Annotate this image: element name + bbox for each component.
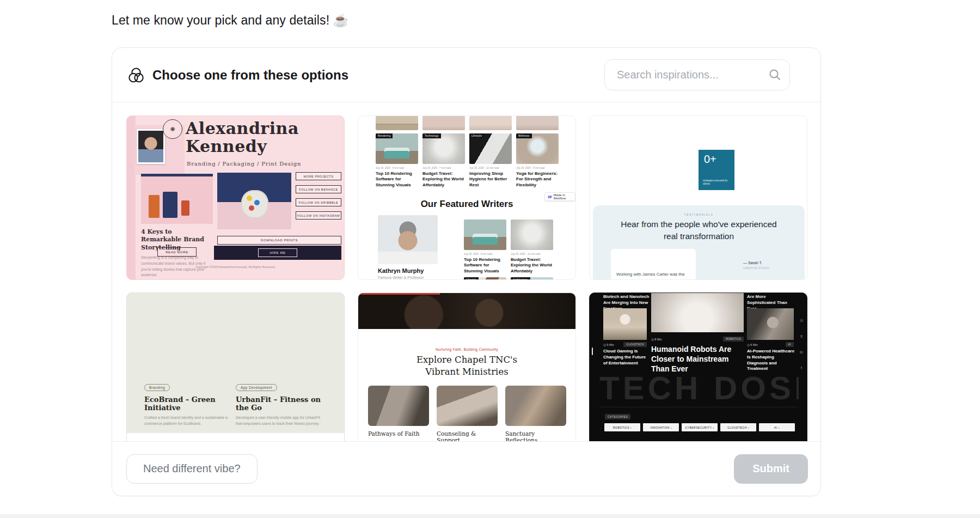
writer-post-title: Top 10 Rendering Software for Stunning V… bbox=[464, 257, 506, 274]
writer-post-image bbox=[511, 220, 553, 250]
options-panel: Choose one from these options ❋ Alexandr… bbox=[112, 47, 821, 496]
category-button: INNOVATION › bbox=[643, 423, 679, 431]
blog-post-title: Top 10 Rendering Software for Stunning V… bbox=[376, 171, 418, 188]
page-bottom-strip bbox=[0, 514, 980, 518]
blog-post-tag: Technology bbox=[422, 133, 441, 138]
download-prints-button: DOWNLOAD PRINTS bbox=[217, 236, 341, 245]
linkedin-icon: in bbox=[800, 350, 803, 354]
heading-line: real transformation bbox=[593, 230, 805, 242]
stat-caption: strategies executed for clients bbox=[703, 179, 731, 187]
case-study-title: UrbanFit – Fitness on the Go bbox=[236, 395, 331, 412]
stat-box: 0+ strategies executed for clients bbox=[699, 150, 734, 190]
search-input[interactable] bbox=[604, 59, 790, 90]
need-different-vibe-button[interactable]: Need different vibe? bbox=[126, 454, 258, 484]
next-post-image: Lifestyle bbox=[464, 277, 506, 280]
featured-writers-heading: Our Featured Writers bbox=[358, 199, 575, 210]
tech-article-image bbox=[651, 293, 744, 332]
heading-line: Hear from the people who've experienced bbox=[593, 218, 805, 230]
blog-post-image: Wellness bbox=[516, 133, 559, 164]
blog-post-image: Lifestyle bbox=[469, 133, 512, 164]
instagram-icon: ◎ bbox=[800, 318, 803, 322]
follow-behance-button: FOLLOW ON BEHANCE bbox=[296, 185, 341, 193]
category-button: CYBERSECURITY › bbox=[682, 423, 718, 431]
portfolio-copyright: Copyright ©2023 Alexandrina Kennedy. All… bbox=[127, 265, 344, 269]
kettle-sticker bbox=[254, 200, 260, 205]
case-study-item: App Development UrbanFit – Fitness on th… bbox=[236, 381, 331, 427]
kettle-sticker bbox=[249, 205, 254, 211]
ministry-cards: Pathways of Faith Counseling & Support S… bbox=[368, 386, 567, 442]
portfolio-logo-stamp: ❋ bbox=[163, 119, 182, 139]
inspiration-grid: ❋ Alexandrina Kennedy Branding / Packagi… bbox=[126, 115, 807, 442]
read-time: ◷ 9 Min bbox=[603, 343, 614, 346]
webflow-logo: W bbox=[548, 194, 552, 199]
read-time: ◷ 6 Min bbox=[747, 343, 758, 346]
tech-article-meta: ◷ 6 Min AI bbox=[747, 342, 794, 347]
panel-title: Choose one from these options bbox=[152, 68, 348, 83]
follow-instagram-button: FOLLOW ON INSTAGRAM bbox=[296, 211, 341, 220]
blog-post-tag: Wellness bbox=[516, 133, 532, 138]
hire-me-button: HIRE ME bbox=[258, 248, 297, 257]
blog-post-tag: Lifestyle bbox=[469, 133, 484, 138]
case-study-desc: Developed a user-friendly mobile app for… bbox=[236, 415, 322, 427]
tech-article-title: Cloud Gaming Is Changing the Future of E… bbox=[603, 349, 650, 366]
device-hinge-highlight bbox=[592, 348, 593, 355]
option-consulting-thumbnail[interactable]: 0+ strategies executed for clients TESTI… bbox=[589, 115, 807, 280]
product-pack-navy bbox=[163, 192, 177, 218]
writer-posts: July 25, 2025 · 9 min read Top 10 Render… bbox=[464, 220, 556, 280]
ministry-card: Sanctuary Reflections bbox=[505, 386, 566, 442]
option-portfolio-thumbnail[interactable]: ❋ Alexandrina Kennedy Branding / Packagi… bbox=[126, 115, 345, 280]
blog-cropped-image bbox=[376, 116, 418, 130]
van-illustration bbox=[473, 234, 498, 245]
blog-post-grid: Rendering July 25, 2025 · 9 min read Top… bbox=[376, 116, 559, 188]
submit-button[interactable]: Submit bbox=[734, 454, 808, 484]
search-box[interactable] bbox=[604, 59, 790, 90]
hero-accent-streak bbox=[358, 293, 440, 295]
writer-post-meta: July 25, 2025 · 9 min read bbox=[464, 253, 506, 255]
portfolio-article: 4 Keys to Remarkable Brand Storytelling … bbox=[141, 174, 213, 278]
testimonial-card: Working with James Carter was the bbox=[611, 249, 696, 280]
product-cup bbox=[181, 200, 189, 216]
ministry-photo bbox=[505, 386, 566, 426]
more-projects-button: MORE PROJECTS bbox=[296, 172, 341, 180]
case-study-tag: Branding bbox=[144, 384, 170, 391]
category-button: AI › bbox=[759, 423, 795, 431]
blog-post-title: Improving Sleep Hygiene for Better Rest bbox=[469, 171, 512, 188]
case-study-tag: App Development bbox=[236, 384, 277, 391]
heading-line: Explore Chapel TNC's bbox=[358, 354, 575, 366]
heading-line: Vibrant Ministries bbox=[358, 366, 575, 378]
category-pill: ROBOTICS bbox=[723, 337, 744, 342]
category-button: ROBOTICS › bbox=[604, 423, 640, 431]
testimonials-eyebrow: TESTIMONIALS bbox=[593, 213, 805, 216]
blog-post-title: Budget Travel: Exploring the World Affor… bbox=[422, 171, 465, 188]
writer-post-image bbox=[464, 220, 506, 250]
blog-post-meta: July 25, 2025 · 7 min read bbox=[422, 167, 465, 169]
chapel-hero-image bbox=[358, 293, 576, 329]
option-chapel-thumbnail[interactable]: Nurturing Faith, Building Community Expl… bbox=[358, 292, 576, 442]
writer-name: Kathryn Murphy bbox=[378, 267, 424, 274]
social-rail: ◎ X in f bbox=[798, 318, 805, 370]
option-blog-thumbnail[interactable]: Rendering July 25, 2025 · 9 min read Top… bbox=[358, 115, 576, 280]
blog-cropped-image bbox=[516, 116, 559, 130]
categories-label: CATEGORIES bbox=[605, 414, 630, 419]
portfolio-article-image bbox=[141, 174, 213, 224]
next-post-tag: Architecture bbox=[511, 277, 530, 280]
option-technews-thumbnail[interactable]: Biotech and Nanotech Are Merging Into Ne… bbox=[589, 292, 807, 442]
x-icon: X bbox=[800, 334, 803, 338]
tech-article-meta: ◷ 9 Min CLOUDTECH bbox=[603, 342, 647, 347]
portfolio-tagline: Branding / Packaging / Print Design bbox=[187, 161, 301, 167]
chapel-eyebrow: Nurturing Faith, Building Community bbox=[358, 348, 575, 351]
tech-article-image bbox=[603, 308, 647, 340]
ministry-card: Counseling & Support bbox=[437, 386, 498, 442]
van-illustration bbox=[384, 148, 409, 159]
blog-cropped-image bbox=[469, 116, 512, 130]
made-in-webflow-badge: W Made in Webflow bbox=[544, 192, 575, 201]
kettle-sticker bbox=[247, 196, 252, 201]
shapes-icon bbox=[128, 68, 144, 83]
category-buttons: ROBOTICS › INNOVATION › CYBERSECURITY › … bbox=[604, 423, 795, 431]
option-casestudies-thumbnail[interactable]: Branding EcoBrand – Green Initiative Cra… bbox=[126, 292, 345, 442]
read-time: ◷ 8 Min bbox=[651, 338, 662, 341]
ministry-caption: Sanctuary Reflections bbox=[505, 430, 566, 442]
blog-post-tag: Rendering bbox=[376, 133, 393, 138]
portfolio-social-buttons: MORE PROJECTS FOLLOW ON BEHANCE FOLLOW O… bbox=[296, 172, 341, 224]
testimonial-author-role: CREATIVE STUDIO bbox=[743, 267, 769, 270]
